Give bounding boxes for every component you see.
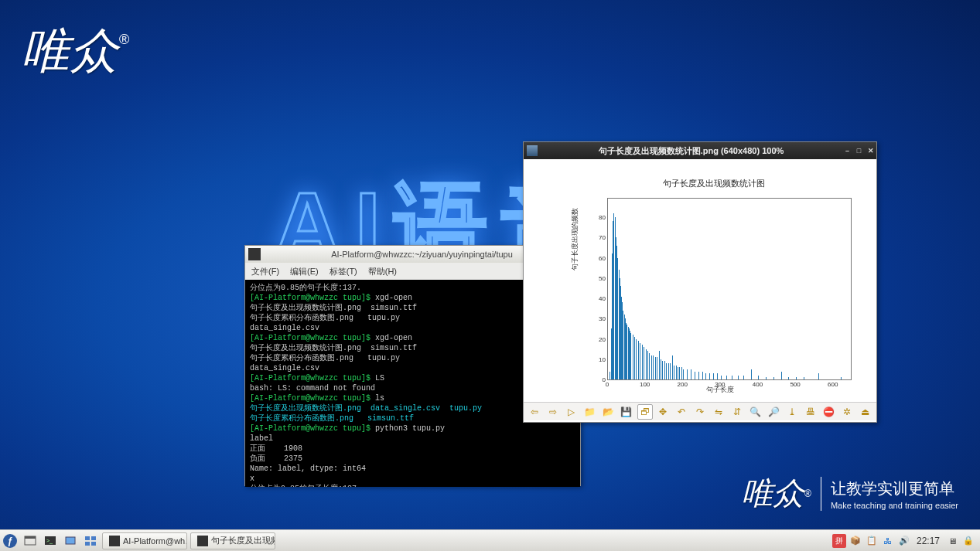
export-button[interactable]: ⤓ <box>784 404 800 420</box>
delete-button[interactable]: ⛔ <box>821 404 837 420</box>
chart-ytick: 60 <box>592 255 606 262</box>
taskbar-tab[interactable]: 句子长度及出现频… <box>190 532 275 549</box>
chart-bar <box>653 355 654 379</box>
chart-xtick: 600 <box>828 381 838 388</box>
zoom-out-button[interactable]: 🔍 <box>747 404 763 420</box>
chart-bar <box>678 367 678 379</box>
exit-button[interactable]: ⏏ <box>858 404 873 420</box>
prefs-button[interactable]: ✲ <box>839 404 855 420</box>
save-button[interactable]: 💾 <box>619 404 634 420</box>
flip-h-button[interactable]: ⇋ <box>711 404 726 420</box>
chart-bar <box>649 353 650 379</box>
terminal-menu-item[interactable]: 编辑(E) <box>290 266 319 277</box>
chart-bar <box>717 373 718 379</box>
tray-package-icon[interactable]: 📦 <box>849 534 862 548</box>
chart-xtick: 300 <box>715 381 725 388</box>
chart-bar <box>664 361 665 379</box>
chart-bar <box>657 357 657 379</box>
chart-bar <box>695 372 695 379</box>
chart-bar <box>698 372 699 379</box>
start-menu-button[interactable]: ƒ <box>2 532 19 549</box>
clock[interactable]: 22:17 <box>913 536 943 546</box>
image-viewer-title: 句子长度及出现频数统计图.png (640x480) 100% <box>541 145 842 157</box>
print-button[interactable]: 🖶 <box>803 404 818 420</box>
fit-button[interactable]: ✥ <box>656 404 671 420</box>
chart-bar <box>773 377 774 379</box>
minimize-button[interactable]: – <box>843 147 852 155</box>
maximize-button[interactable]: □ <box>855 147 863 155</box>
chart-title: 句子长度及出现频数统计图 <box>567 178 861 189</box>
chart-bar <box>630 333 631 379</box>
chart-bar <box>644 347 644 379</box>
chart-bar <box>676 366 677 379</box>
image-viewer-icon <box>527 145 538 156</box>
arrow-left-button[interactable]: ⇦ <box>527 404 542 420</box>
chart-bar <box>642 345 643 379</box>
brand-logo-bottom: 唯众® 让教学实训更简单 Make teaching and training … <box>742 477 958 511</box>
brand-logo-top: 唯众® <box>22 27 129 75</box>
chart-ytick: 0 <box>592 376 606 383</box>
tray-clipboard-icon[interactable]: 📋 <box>865 534 879 548</box>
play-button[interactable]: ▷ <box>564 404 579 420</box>
chart-ytick: 80 <box>592 214 606 221</box>
taskbar-tab-icon <box>109 536 120 546</box>
arrow-right-button[interactable]: ⇨ <box>545 404 561 420</box>
chart-bar <box>705 373 706 379</box>
chart-bar <box>666 363 667 379</box>
rotate-cw-button[interactable]: ↷ <box>692 404 708 420</box>
chart-xtick: 100 <box>640 381 650 388</box>
chart-bar <box>633 335 633 379</box>
folder-button[interactable]: 📁 <box>582 404 597 420</box>
tray-lock-icon[interactable]: 🔒 <box>961 534 975 548</box>
svg-text:>_: >_ <box>46 538 53 544</box>
chart-bar <box>674 366 674 379</box>
chart-bar <box>647 351 648 379</box>
chart-ylabel: 句子长度出现的频数 <box>570 208 580 270</box>
window-new-button[interactable]: 🗗 <box>637 404 653 420</box>
terminal-menu-item[interactable]: 帮助(H) <box>368 266 397 277</box>
chart-ytick: 50 <box>592 275 606 282</box>
close-button[interactable]: ✕ <box>866 147 875 155</box>
chart-xtick: 400 <box>753 381 763 388</box>
chart-bar <box>743 376 744 379</box>
chart-bar <box>668 363 669 379</box>
chart-plot-area <box>607 198 852 380</box>
flip-v-button[interactable]: ⇵ <box>729 404 745 420</box>
terminal-launcher[interactable]: >_ <box>42 532 59 549</box>
chart-bar <box>738 376 739 379</box>
image-viewer-window[interactable]: 句子长度及出现频数统计图.png (640x480) 100% – □ ✕ 句子… <box>523 141 877 423</box>
chart-bar <box>638 341 639 379</box>
window-list-button[interactable] <box>82 532 99 549</box>
chart-bar <box>687 369 688 379</box>
system-tray[interactable]: 拼 📦 📋 🖧 🔊 22:17 🖥 🔒 <box>832 534 980 548</box>
folder-open-button[interactable]: 📂 <box>600 404 616 420</box>
tray-volume-icon[interactable]: 🔊 <box>897 534 911 548</box>
terminal-menu-item[interactable]: 文件(F) <box>251 266 279 277</box>
image-viewer-titlebar[interactable]: 句子长度及出现频数统计图.png (640x480) 100% – □ ✕ <box>524 142 876 159</box>
chart-bar <box>672 355 673 379</box>
svg-rect-1 <box>25 536 36 539</box>
chart-bar <box>732 376 732 379</box>
image-viewer-toolbar[interactable]: ⇦⇨▷📁📂💾🗗✥↶↷⇋⇵🔍🔎⤓🖶⛔✲⏏ <box>524 402 876 420</box>
svg-rect-8 <box>91 542 96 546</box>
terminal-menu-item[interactable]: 标签(T) <box>330 266 357 277</box>
chart-bar <box>781 372 782 379</box>
svg-rect-6 <box>91 536 96 540</box>
taskbar[interactable]: ƒ >_ AI-Platform@wh…句子长度及出现频… 拼 📦 📋 🖧 🔊 … <box>0 529 980 551</box>
chart-bar <box>655 357 656 379</box>
file-manager-launcher[interactable] <box>22 532 39 549</box>
ime-indicator[interactable]: 拼 <box>832 534 846 548</box>
svg-rect-7 <box>85 542 90 546</box>
rotate-ccw-button[interactable]: ↶ <box>674 404 689 420</box>
chart-bar <box>634 337 635 379</box>
taskbar-tab[interactable]: AI-Platform@wh… <box>102 532 187 549</box>
tray-monitor-icon[interactable]: 🖥 <box>945 534 959 548</box>
chart-ytick: 20 <box>592 336 606 343</box>
show-desktop-button[interactable] <box>62 532 79 549</box>
chart-bar <box>841 377 842 379</box>
chart-bar <box>683 369 684 379</box>
taskbar-tab-label: 句子长度及出现频… <box>211 535 275 546</box>
chart-bar <box>713 373 714 379</box>
tray-network-icon[interactable]: 🖧 <box>881 534 895 548</box>
zoom-in-button[interactable]: 🔎 <box>766 404 781 420</box>
